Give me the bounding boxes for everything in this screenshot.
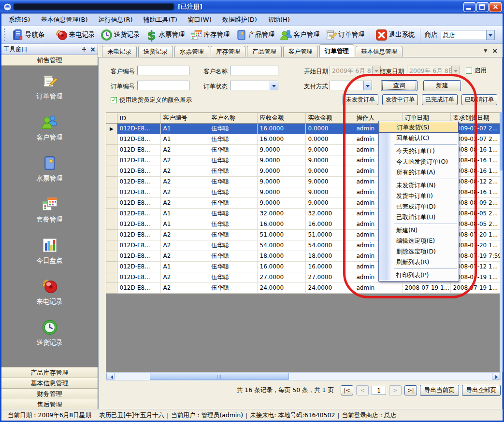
row-selector[interactable] [106,208,117,219]
context-menu-item[interactable]: 发货中订单(I) [379,191,459,201]
enable-checkbox-box[interactable] [466,68,472,74]
tab-4[interactable]: 库存管理 [211,46,245,57]
toolbar-grip[interactable] [4,28,7,41]
context-menu-item[interactable]: 未发货订单(N) [379,180,459,191]
menu-item[interactable]: 系统(S) [3,14,35,26]
context-menu-item[interactable]: 刷新列表(R) [379,257,459,267]
tab-7[interactable]: 订单管理 [319,44,354,57]
context-menu-item[interactable]: 今天的发货订单(O) [379,156,459,167]
order-no-input[interactable] [137,81,189,90]
row-selector[interactable] [106,187,117,197]
sidebar-group-button[interactable]: 财务管理 [1,388,98,399]
context-menu-item[interactable]: 删除选定项(D) [379,246,459,257]
column-header[interactable]: ID [117,113,160,123]
sidebar-group-button[interactable]: 产品库存管理 [1,367,98,378]
toolbar-exit-button[interactable]: 退出系统 [373,28,418,42]
tab-list-dropdown-icon[interactable]: ▼ [484,48,487,53]
shop-dropdown-icon[interactable] [486,30,494,40]
menu-item[interactable]: 帮助(H) [262,14,295,26]
menu-item[interactable]: 基本信息管理(B) [35,14,93,26]
row-selector[interactable] [106,229,117,240]
toolbar-dollar-button[interactable]: $水票管理 [143,28,187,42]
row-selector[interactable] [106,176,117,187]
toolbar-order-button[interactable]: 订单管理 [322,28,367,42]
new-button[interactable]: 新建 [423,80,461,91]
sidebar-group-sales[interactable]: 销售管理 [1,55,98,66]
sidebar-item[interactable]: 送货记录 [1,319,98,347]
row-selector[interactable] [106,197,117,208]
row-selector[interactable] [106,261,117,272]
shop-select[interactable]: 总店 [441,30,495,40]
vertical-scrollbar-thumb[interactable] [500,113,503,170]
tab-2[interactable]: 送货记录 [138,46,173,57]
export-all-pages-button[interactable]: 导出全部页 [462,385,501,396]
row-selector[interactable] [106,166,117,176]
tab-6[interactable]: 客户管理 [283,46,318,57]
column-header[interactable]: 实收金额 [305,113,354,123]
scroll-left-icon[interactable] [106,373,115,380]
sidebar-item[interactable]: 来电记录 [1,278,98,306]
toolbar-navbar-button[interactable]: 导航条 [9,28,47,42]
sidebar-item[interactable]: 水票管理 [1,155,98,183]
context-menu-item[interactable]: 打印列表(P) [379,270,459,281]
horizontal-scrollbar[interactable] [106,372,501,380]
table-row[interactable]: 012D-E8...A2伍华聪24.000024.0000admin2008-0… [106,282,501,293]
order-status-filter-button[interactable]: 已完成订单 [422,94,458,105]
tab-close-icon[interactable]: × [492,47,498,55]
page-number-input[interactable]: 1 [372,386,386,395]
menu-item[interactable]: 数据维护(D) [217,14,262,26]
menu-item[interactable]: 运行信息(R) [93,14,138,26]
context-menu-item[interactable]: 编辑选定项(E) [379,236,459,246]
context-menu-item[interactable]: 已完成订单(D) [379,201,459,212]
context-menu-item[interactable]: 今天的订单(T) [379,146,459,156]
customer-name-input[interactable] [230,66,278,75]
context-menu-item[interactable]: 已取消订单(U) [379,212,459,223]
maximize-button[interactable] [476,2,489,12]
export-current-page-button[interactable]: 导出当前页 [420,385,459,396]
sidebar-close-icon[interactable]: × [90,46,96,52]
toolbar-clock-button[interactable]: 送货记录 [98,28,143,42]
order-status-filter-button[interactable]: 未发货订单 [343,94,378,105]
tab-8[interactable]: 基本信息管理 [356,46,403,57]
sidebar-item[interactable]: 今日盘点 [1,237,98,265]
menu-item[interactable]: 辅助工具(T) [138,14,183,26]
color-display-checkbox[interactable]: ✓ 使用送货员定义的颜色展示 [111,96,192,104]
toolbar-bell-button[interactable]: 来电记录 [53,28,98,42]
pin-icon[interactable] [81,46,87,52]
toolbar-book-button[interactable]: 产品管理 [232,28,277,42]
query-button[interactable]: 查询 [381,80,418,91]
sidebar-group-button[interactable]: 基本信息管理 [1,378,98,388]
row-selector[interactable] [106,240,117,251]
vertical-scrollbar[interactable] [500,113,503,372]
context-menu-item[interactable]: 所有的订单(A) [379,167,459,178]
close-button[interactable]: × [490,2,502,12]
order-status-filter-button[interactable]: 发货中订单 [382,94,418,105]
row-selector[interactable] [106,134,117,144]
row-selector[interactable] [106,219,117,229]
row-selector[interactable] [106,251,117,261]
first-page-button[interactable]: |< [341,385,353,395]
context-menu-item[interactable]: 订单发货(S) [379,122,459,133]
minimize-button[interactable] [463,2,475,12]
enable-checkbox[interactable]: 启用 [466,67,487,75]
order-status-dropdown-icon[interactable] [270,81,278,90]
last-page-button[interactable]: >| [404,385,417,395]
column-header[interactable]: 应收金额 [257,113,305,123]
row-selector[interactable] [106,272,117,282]
context-menu-item[interactable]: 新建(N) [379,225,459,236]
column-header[interactable]: 客户编号 [160,113,209,123]
row-selector[interactable] [106,144,117,155]
sidebar-group-button[interactable]: 售后管理 [1,399,98,409]
customer-no-input[interactable] [137,66,189,75]
column-header[interactable]: 客户名称 [209,113,257,123]
tab-5[interactable]: 产品管理 [247,46,282,57]
horizontal-scrollbar-thumb[interactable] [150,373,289,380]
row-selector[interactable] [106,155,117,166]
sidebar-item[interactable]: 客户管理 [1,113,98,142]
order-status-filter-button[interactable]: 已取消订单 [461,94,497,105]
toolbar-people-button[interactable]: 客户管理 [277,28,322,42]
menu-item[interactable]: 窗口(W) [183,14,217,26]
order-status-select[interactable] [230,81,278,90]
row-selector[interactable]: ▶ [106,123,117,134]
sidebar-item[interactable]: 订单管理 [1,72,98,101]
